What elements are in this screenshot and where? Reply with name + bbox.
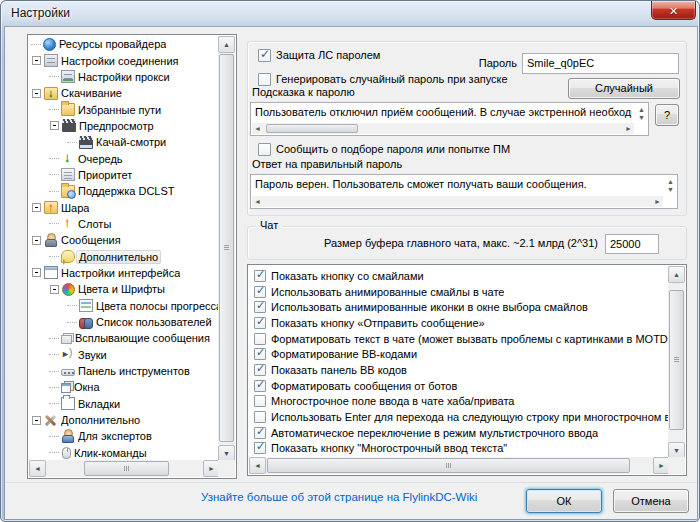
option-checkbox[interactable]: [254, 333, 266, 345]
scroll-left-icon[interactable]: ◄: [249, 457, 266, 474]
scroll-up-icon[interactable]: ▲: [668, 266, 685, 283]
tree-item[interactable]: Шара: [29, 199, 219, 215]
edit-scroll-up-icon[interactable]: ▲: [638, 106, 645, 113]
tree-item[interactable]: Дополнительно: [29, 248, 219, 264]
tree-item[interactable]: Скачивание: [29, 85, 219, 101]
edit-scroll-up-icon[interactable]: ▲: [667, 178, 674, 185]
scrollbar-thumb[interactable]: [84, 461, 169, 476]
option-row[interactable]: Форматирование BB-кодами: [249, 346, 670, 362]
random-password-button[interactable]: Случайный: [568, 78, 680, 99]
correct-password-edit[interactable]: Пароль верен. Пользователь сможет получа…: [250, 174, 678, 209]
option-checkbox[interactable]: [254, 364, 266, 376]
option-row[interactable]: Использовать анимированные смайлы в чате: [249, 284, 670, 300]
option-row[interactable]: Форматировать текст в чате (может вызват…: [249, 331, 670, 347]
tree-item[interactable]: Качай-смотри: [29, 134, 219, 150]
edit-scroll-down-icon[interactable]: ▼: [638, 114, 645, 121]
tree-expander-minus-icon[interactable]: [50, 285, 59, 294]
edit-scroll-right-icon[interactable]: ►: [654, 198, 661, 205]
tree-item[interactable]: Настройки интерфейса: [29, 265, 219, 281]
report-bruteforce-checkbox[interactable]: [258, 143, 271, 156]
option-checkbox[interactable]: [254, 301, 266, 313]
scrollbar-thumb[interactable]: [669, 290, 684, 430]
edit-scroll-left-icon[interactable]: ◄: [254, 198, 261, 205]
tree-item[interactable]: Дополнительно: [29, 412, 219, 428]
tree-expander-minus-icon[interactable]: [32, 268, 41, 277]
scroll-left-icon[interactable]: ◄: [29, 460, 46, 477]
edit-horizontal-scrollbar[interactable]: ◄ ►: [252, 123, 634, 134]
password-hint-edit[interactable]: Пользователь отключил приём сообщений. В…: [250, 102, 649, 136]
correct-password-text: Пароль верен. Пользователь сможет получа…: [255, 178, 661, 190]
tree-expander-minus-icon[interactable]: [32, 236, 41, 245]
option-checkbox[interactable]: [254, 380, 266, 392]
option-checkbox[interactable]: [254, 395, 266, 407]
tree-item[interactable]: Приоритет: [29, 167, 219, 183]
tree-item[interactable]: Настройки соединения: [29, 52, 219, 68]
option-row[interactable]: Показать кнопку «Отправить сообщение»: [249, 315, 670, 331]
tree-item[interactable]: Клик-команды: [29, 445, 219, 461]
windows-icon: [61, 383, 71, 393]
edit-horizontal-scrollbar[interactable]: ◄ ►: [252, 196, 663, 207]
report-bruteforce-checkbox-row[interactable]: Сообщить о подборе пароля или попытке ПМ: [258, 141, 510, 157]
option-row[interactable]: Показать панель BB кодов: [249, 362, 670, 378]
option-row[interactable]: Использовать анимированные иконки в окне…: [249, 299, 670, 315]
tree-vertical-scrollbar[interactable]: ▲ ▼: [218, 36, 235, 462]
scrollbar-thumb[interactable]: [219, 54, 234, 442]
tree-item[interactable]: Слоты: [29, 216, 219, 232]
generate-random-checkbox-row[interactable]: Генерировать случайный пароль при запуск…: [258, 71, 508, 87]
tree-expander-minus-icon[interactable]: [32, 416, 41, 425]
option-checkbox[interactable]: [254, 270, 266, 282]
edit-scroll-right-icon[interactable]: ►: [625, 125, 632, 132]
close-button[interactable]: ✕: [651, 1, 696, 20]
tree-item[interactable]: Очередь: [29, 150, 219, 166]
tree-item[interactable]: Панель инструментов: [29, 363, 219, 379]
option-row[interactable]: Многострочное поле ввода в чате хаба/при…: [249, 394, 670, 410]
list-horizontal-scrollbar[interactable]: ◄ ►: [249, 457, 670, 474]
tree-item[interactable]: Вкладки: [29, 396, 219, 412]
option-checkbox[interactable]: [254, 317, 266, 329]
tree-item[interactable]: Избранные пути: [29, 101, 219, 117]
generate-random-checkbox[interactable]: [258, 73, 271, 86]
tree-expander-minus-icon[interactable]: [50, 121, 59, 130]
ok-button[interactable]: ОК: [526, 489, 602, 513]
tree-item[interactable]: Цвета полосы прогресса: [29, 298, 219, 314]
option-checkbox[interactable]: [254, 286, 266, 298]
wiki-link[interactable]: Узнайте больше об этой странице на Flyli…: [201, 491, 477, 503]
tree-item[interactable]: Предпросмотр: [29, 118, 219, 134]
option-checkbox[interactable]: [254, 442, 266, 454]
protect-pm-checkbox-row[interactable]: Защита ЛС паролем: [258, 47, 380, 63]
tree-item[interactable]: Список пользователей: [29, 314, 219, 330]
cancel-button[interactable]: Отмена: [613, 489, 689, 513]
option-row[interactable]: Показать кнопку "Многострочный ввод текс…: [249, 441, 670, 457]
chat-buffer-field[interactable]: 25000: [605, 234, 659, 254]
tree-item[interactable]: Всплывающие сообщения: [29, 330, 219, 346]
edit-scrollbar-thumb[interactable]: [266, 124, 358, 133]
tree-item[interactable]: Сообщения: [29, 232, 219, 248]
list-vertical-scrollbar[interactable]: ▲ ▼: [668, 266, 685, 459]
tree-item[interactable]: Окна: [29, 379, 219, 395]
edit-scroll-down-icon[interactable]: ▼: [667, 186, 674, 193]
option-checkbox[interactable]: [254, 427, 266, 439]
option-row[interactable]: Форматировать сообщения от ботов: [249, 378, 670, 394]
tree-item[interactable]: Цвета и Шрифты: [29, 281, 219, 297]
tree-item[interactable]: Звуки: [29, 347, 219, 363]
scrollbar-thumb[interactable]: [267, 458, 630, 473]
help-button[interactable]: ?: [655, 104, 679, 126]
tree-expander-minus-icon[interactable]: [32, 56, 41, 65]
scroll-up-icon[interactable]: ▲: [218, 36, 235, 53]
tree-item[interactable]: Поддержка DCLST: [29, 183, 219, 199]
option-row[interactable]: Использовать Enter для перехода на следу…: [249, 409, 670, 425]
option-checkbox[interactable]: [254, 348, 266, 360]
password-field[interactable]: Smile_q0pEC: [522, 53, 679, 74]
option-checkbox[interactable]: [254, 411, 266, 423]
tree-item[interactable]: Для экспертов: [29, 428, 219, 444]
edit-scroll-left-icon[interactable]: ◄: [254, 125, 261, 132]
tree-expander-minus-icon[interactable]: [32, 89, 41, 98]
tree-item-label: Всплывающие сообщения: [75, 332, 210, 344]
protect-pm-checkbox[interactable]: [258, 49, 271, 62]
option-row[interactable]: Показать кнопку со смайлами: [249, 268, 670, 284]
tree-horizontal-scrollbar[interactable]: ◄ ►: [29, 460, 220, 477]
tree-item[interactable]: Ресурсы провайдера: [29, 36, 219, 52]
tree-item[interactable]: Настройки прокси: [29, 69, 219, 85]
tree-expander-minus-icon[interactable]: [32, 203, 41, 212]
option-row[interactable]: Автоматическое переключение в режим муль…: [249, 425, 670, 441]
